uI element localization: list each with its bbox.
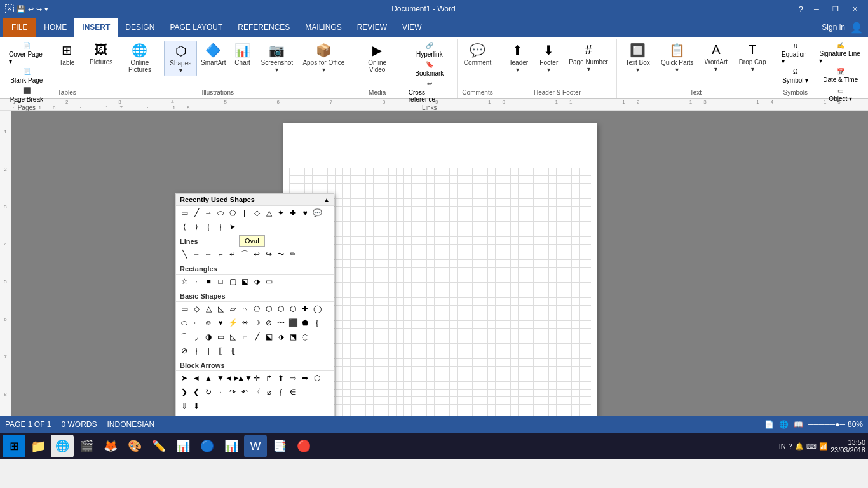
taskbar-chrome2[interactable]: 🔴 [292, 435, 315, 458]
tab-page-layout[interactable]: PAGE LAYOUT [162, 18, 230, 37]
line-arrow[interactable]: → [191, 248, 202, 260]
save-icon[interactable]: 💾 [17, 5, 25, 13]
tab-mailings[interactable]: MAILINGS [297, 18, 349, 37]
block-right[interactable]: ➤ [179, 372, 190, 384]
line-straight[interactable]: ╲ [179, 248, 190, 260]
shape-arrow[interactable]: → [203, 207, 214, 219]
shapes-button[interactable]: ⬡ Shapes ▾ [164, 41, 197, 76]
keyboard[interactable]: ⌨ [806, 442, 817, 451]
layout-icon[interactable]: 📄 [764, 420, 774, 429]
redo-icon[interactable]: ↪ [36, 5, 42, 13]
basic-pie[interactable]: ◑ [203, 331, 214, 342]
basic-diamond[interactable]: ◇ [191, 303, 202, 315]
line-curved-arrow[interactable]: ↩ [251, 248, 262, 260]
block-chevron[interactable]: ❯ [179, 386, 190, 398]
basic-no-symbol[interactable]: ⊘ [179, 345, 190, 356]
hyperlink-button[interactable]: 🔗Hyperlink [406, 41, 453, 59]
basic-snip2[interactable]: ⬗ [275, 331, 287, 342]
taskbar-excel[interactable]: 📊 [220, 435, 243, 458]
rect-dot[interactable]: · [191, 276, 202, 287]
cover-page-button[interactable]: 📄Cover Page ▾ [6, 41, 47, 66]
shape-pentagon[interactable]: ⬠ [227, 207, 238, 219]
notifications[interactable]: 🔔 [795, 442, 804, 451]
close-button[interactable]: ✕ [846, 3, 863, 15]
wordart-button[interactable]: A WordArt ▾ [700, 41, 733, 74]
basic-cube[interactable]: ⬛ [287, 317, 299, 329]
comment-button[interactable]: 💬 Comment [460, 41, 495, 68]
page-number-button[interactable]: # Page Number ▾ [565, 41, 613, 74]
basic-heart[interactable]: ♥ [215, 317, 226, 329]
basic-pentagon[interactable]: ⬠ [251, 303, 262, 315]
equation-button[interactable]: πEquation ▾ [779, 41, 811, 66]
shape-callout[interactable]: 💬 [311, 207, 323, 219]
text-box-button[interactable]: 🔲 Text Box ▾ [621, 41, 655, 75]
basic-ring[interactable]: ◯ [311, 303, 323, 315]
block-curved-down[interactable]: ⬇ [191, 400, 202, 412]
shape-oval[interactable]: ⬭ [215, 207, 226, 219]
date-time-button[interactable]: 📅Date & Time [817, 67, 864, 85]
basic-rect[interactable]: ▭ [179, 303, 190, 315]
symbol-button[interactable]: ΩSymbol ▾ [779, 67, 811, 85]
line-elbow-arrow[interactable]: ↵ [227, 248, 238, 260]
shape-custom2[interactable]: ⟩ [191, 221, 202, 233]
online-video-button[interactable]: ▶ Online Video [357, 41, 398, 75]
user-icon[interactable]: 👤 [850, 22, 863, 34]
block-dot[interactable]: · [215, 386, 226, 398]
basic-double-brace[interactable]: ⦃ [227, 345, 238, 356]
block-down-arrow2[interactable]: ⇩ [179, 400, 190, 412]
block-left[interactable]: ◄ [191, 372, 202, 384]
basic-smiley[interactable]: ☺ [203, 317, 214, 329]
taskbar-spss[interactable]: 📊 [172, 435, 194, 458]
block-curved-right[interactable]: ↷ [227, 386, 238, 398]
block-up[interactable]: ▲ [203, 372, 214, 384]
block-4way[interactable]: ✛ [251, 372, 262, 384]
line-double-arrow[interactable]: ↔ [203, 248, 214, 260]
taskbar-powerpoint[interactable]: 📑 [268, 435, 291, 458]
basic-lightning[interactable]: ⚡ [227, 317, 238, 329]
shape-right-arrow-block[interactable]: ➤ [227, 221, 238, 233]
footer-button[interactable]: ⬇ Footer ▾ [534, 41, 563, 75]
undo-icon[interactable]: ↩ [28, 5, 34, 13]
shape-rect[interactable]: ▭ [179, 207, 190, 219]
zoom-slider[interactable]: ─────●─ 80% [808, 420, 863, 429]
taskbar-browser[interactable]: 🌐 [51, 435, 74, 458]
online-pictures-button[interactable]: 🌐 Online Pictures [116, 41, 163, 75]
signature-line-button[interactable]: ✍Signature Line ▾ [817, 41, 864, 65]
minimize-button[interactable]: ─ [808, 3, 825, 15]
basic-triangle[interactable]: △ [203, 303, 214, 315]
tab-view[interactable]: VIEW [395, 18, 430, 37]
basic-half-frame[interactable]: ◺ [227, 331, 238, 342]
web-layout-icon[interactable]: 🌐 [779, 420, 789, 429]
shape-heart[interactable]: ♥ [299, 207, 311, 219]
header-button[interactable]: ⬆ Header ▾ [502, 41, 533, 75]
taskbar-media[interactable]: 🎬 [75, 435, 98, 458]
basic-cylinder[interactable]: ⬟ [299, 317, 311, 329]
help-button[interactable]: ? [799, 4, 803, 14]
basic-diagonal[interactable]: ╱ [251, 331, 262, 342]
shape-line[interactable]: ╱ [191, 207, 202, 219]
block-chevron2[interactable]: ❮ [191, 386, 202, 398]
line-curved[interactable]: ⌒ [239, 248, 250, 260]
basic-donut[interactable]: ◌ [299, 331, 311, 342]
cross-reference-button[interactable]: ↩Cross-reference [406, 79, 453, 104]
taskbar-file-explorer[interactable]: 📁 [27, 435, 50, 458]
taskbar-photoshop[interactable]: 🎨 [123, 435, 146, 458]
taskbar-chrome[interactable]: 🔵 [196, 435, 219, 458]
block-curly[interactable]: 〈 [251, 386, 262, 398]
block-bent[interactable]: ↱ [263, 372, 275, 384]
sign-in-button[interactable]: Sign in [817, 20, 850, 34]
line-scribble[interactable]: ✏ [287, 248, 299, 260]
apps-for-office-button[interactable]: 📦 Apps for Office ▾ [299, 41, 348, 75]
shape-diamond[interactable]: ◇ [251, 207, 262, 219]
basic-moon[interactable]: ☽ [251, 317, 262, 329]
shape-star5[interactable]: ✦ [275, 207, 287, 219]
basic-sun[interactable]: ☀ [239, 317, 250, 329]
read-mode-icon[interactable]: 📖 [794, 420, 803, 429]
block-pentagon-arrow[interactable]: ⬡ [311, 372, 323, 384]
rect-frame[interactable]: ▭ [263, 276, 275, 287]
chart-button[interactable]: 📊 Chart [230, 41, 255, 68]
basic-oval[interactable]: ⬭ [179, 317, 190, 329]
restore-button[interactable]: ❐ [827, 3, 844, 15]
basic-brace2[interactable]: } [191, 345, 202, 356]
blank-page-button[interactable]: 📃Blank Page [6, 67, 47, 85]
